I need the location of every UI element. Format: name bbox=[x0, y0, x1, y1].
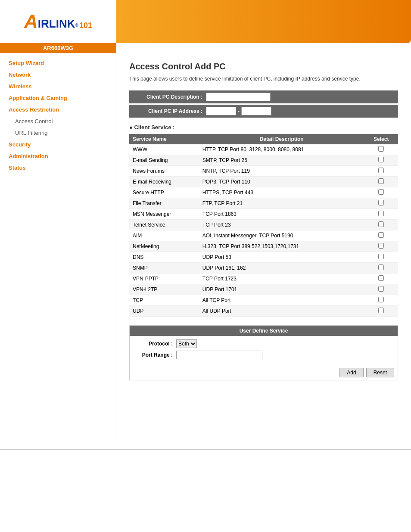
client-pc-desc-label: Client PC Description : bbox=[133, 94, 206, 100]
page-description: This page allows users to define service… bbox=[129, 76, 398, 82]
service-select-cell bbox=[364, 155, 398, 166]
client-pc-form: Client PC Description : Client PC IP Add… bbox=[129, 90, 398, 118]
sidebar-label-security: Security bbox=[9, 141, 31, 148]
sidebar-item-setup-wizard[interactable]: Setup Wizard bbox=[0, 57, 116, 69]
service-select-cell bbox=[364, 263, 398, 274]
service-select-cell bbox=[364, 295, 398, 306]
service-description: NNTP, TCP Port 119 bbox=[199, 166, 364, 177]
service-select-cell bbox=[364, 166, 398, 177]
service-checkbox[interactable] bbox=[378, 286, 384, 292]
service-checkbox[interactable] bbox=[378, 146, 384, 152]
table-row: NetMeeting H.323, TCP Port 389,522,1503,… bbox=[129, 241, 398, 252]
logo-row: A IRLINK ® 101 bbox=[24, 12, 92, 31]
service-name: Telnet Service bbox=[129, 220, 199, 230]
logo: A IRLINK ® 101 bbox=[24, 12, 92, 31]
sidebar-item-network[interactable]: Network bbox=[0, 69, 116, 81]
table-row: Telnet Service TCP Port 23 bbox=[129, 220, 398, 230]
table-row: VPN-L2TP UDP Port 1701 bbox=[129, 284, 398, 295]
service-checkbox[interactable] bbox=[378, 243, 384, 249]
client-service-header: ● Client Service : bbox=[129, 124, 398, 131]
col-description: Detail Description bbox=[199, 134, 364, 144]
service-checkbox[interactable] bbox=[378, 308, 384, 313]
header: A IRLINK ® 101 bbox=[0, 0, 411, 43]
service-checkbox[interactable] bbox=[378, 157, 384, 162]
service-description: POP3, TCP Port 110 bbox=[199, 177, 364, 187]
service-name: TCP bbox=[129, 295, 199, 306]
sidebar-item-wireless[interactable]: Wireless bbox=[0, 81, 116, 92]
service-name: WWW bbox=[129, 144, 199, 155]
service-name: E-mail Receiving bbox=[129, 177, 199, 187]
service-select-cell bbox=[364, 220, 398, 230]
service-description: SMTP, TCP Port 25 bbox=[199, 155, 364, 166]
col-select: Select bbox=[364, 134, 398, 144]
service-name: SNMP bbox=[129, 263, 199, 274]
sidebar: Setup Wizard Network Wireless Applicatio… bbox=[0, 53, 116, 441]
service-description: UDP Port 1701 bbox=[199, 284, 364, 295]
sidebar-label-access-control: Access Control bbox=[15, 118, 53, 124]
service-checkbox[interactable] bbox=[378, 189, 384, 195]
table-row: News Forums NNTP, TCP Port 119 bbox=[129, 166, 398, 177]
page-title: Access Control Add PC bbox=[129, 62, 398, 72]
port-range-label: Port Range : bbox=[133, 352, 176, 358]
client-pc-desc-row: Client PC Description : bbox=[129, 90, 398, 103]
protocol-label: Protocol : bbox=[133, 341, 176, 347]
service-checkbox[interactable] bbox=[378, 275, 384, 281]
service-description: UDP Port 161, 162 bbox=[199, 263, 364, 274]
service-select-cell bbox=[364, 144, 398, 155]
service-description: UDP Port 53 bbox=[199, 252, 364, 263]
service-description: All UDP Port bbox=[199, 306, 364, 317]
sidebar-label-network: Network bbox=[9, 72, 31, 78]
table-row: MSN Messenger TCP Port 1863 bbox=[129, 209, 398, 220]
client-pc-ip-input1[interactable] bbox=[206, 107, 236, 115]
service-select-cell bbox=[364, 230, 398, 241]
sidebar-item-access-restriction[interactable]: Access Restriction bbox=[0, 104, 116, 115]
service-select-cell bbox=[364, 187, 398, 198]
logo-a: A bbox=[24, 12, 38, 31]
service-select-cell bbox=[364, 306, 398, 317]
sidebar-item-application-gaming[interactable]: Application & Gaming bbox=[0, 92, 116, 104]
page-wrapper: A IRLINK ® 101 AR660W3G Setup Wizard Net… bbox=[0, 0, 411, 532]
service-select-cell bbox=[364, 177, 398, 187]
client-pc-ip-input2[interactable] bbox=[241, 107, 271, 115]
sidebar-item-access-control[interactable]: Access Control bbox=[0, 115, 116, 127]
sidebar-item-administration[interactable]: Administration bbox=[0, 150, 116, 162]
service-description: HTTP, TCP Port 80, 3128, 8000, 8080, 808… bbox=[199, 144, 364, 155]
service-table: Service Name Detail Description Select W… bbox=[129, 134, 398, 317]
service-checkbox[interactable] bbox=[378, 254, 384, 259]
service-select-cell bbox=[364, 198, 398, 209]
content-area: Access Control Add PC This page allows u… bbox=[116, 53, 411, 441]
service-select-cell bbox=[364, 209, 398, 220]
col-service: Service Name bbox=[129, 134, 199, 144]
service-name: DNS bbox=[129, 252, 199, 263]
sidebar-item-security[interactable]: Security bbox=[0, 139, 116, 150]
reset-button[interactable]: Reset bbox=[366, 368, 394, 377]
service-description: All TCP Port bbox=[199, 295, 364, 306]
service-name: UDP bbox=[129, 306, 199, 317]
logo-irlink: IRLINK bbox=[38, 18, 75, 29]
service-description: TCP Port 1723 bbox=[199, 274, 364, 284]
service-select-cell bbox=[364, 241, 398, 252]
port-range-input[interactable] bbox=[176, 351, 262, 359]
table-row: File Transfer FTP, TCP Port 21 bbox=[129, 198, 398, 209]
service-checkbox[interactable] bbox=[378, 221, 384, 227]
client-pc-desc-input[interactable] bbox=[206, 93, 271, 101]
service-checkbox[interactable] bbox=[378, 200, 384, 205]
sidebar-label-setup-wizard: Setup Wizard bbox=[9, 60, 44, 66]
service-checkbox[interactable] bbox=[378, 178, 384, 184]
add-button[interactable]: Add bbox=[339, 368, 363, 377]
service-name: News Forums bbox=[129, 166, 199, 177]
service-checkbox[interactable] bbox=[378, 211, 384, 216]
service-checkbox[interactable] bbox=[378, 168, 384, 173]
port-range-row: Port Range : bbox=[133, 351, 394, 359]
service-checkbox[interactable] bbox=[378, 232, 384, 238]
model-bar: AR660W3G bbox=[0, 43, 116, 53]
service-checkbox[interactable] bbox=[378, 264, 384, 270]
sidebar-item-status[interactable]: Status bbox=[0, 162, 116, 174]
sidebar-label-url-filtering: URL Filtering bbox=[15, 130, 47, 136]
service-checkbox[interactable] bbox=[378, 297, 384, 302]
protocol-select[interactable]: BothTCPUDP bbox=[176, 339, 197, 348]
table-row: SNMP UDP Port 161, 162 bbox=[129, 263, 398, 274]
service-name: E-mail Sending bbox=[129, 155, 199, 166]
sidebar-item-url-filtering[interactable]: URL Filtering bbox=[0, 127, 116, 139]
logo-area: A IRLINK ® 101 bbox=[0, 0, 116, 43]
